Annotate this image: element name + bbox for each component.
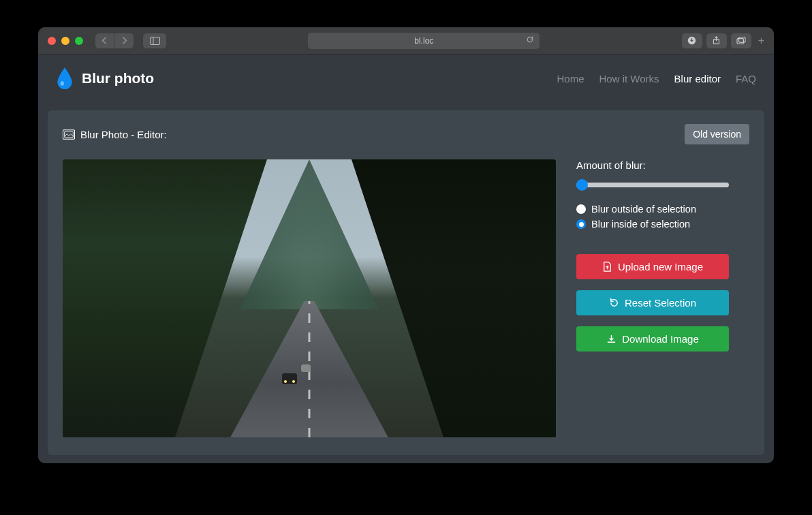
scene-trees-right (352, 159, 556, 437)
scene-mountain (240, 159, 379, 309)
panel-header: Blur Photo - Editor: Old version (63, 124, 749, 144)
scene-trees-left (63, 159, 267, 437)
download-label: Download Image (622, 333, 699, 345)
radio-blur-inside[interactable]: Blur inside of selection (576, 219, 729, 230)
brand: Blur photo (56, 67, 154, 89)
brand-title: Blur photo (82, 70, 154, 87)
scene-car (282, 373, 297, 384)
reload-icon (526, 35, 534, 44)
chevron-right-icon (119, 35, 129, 46)
radio-inside-label: Blur inside of selection (591, 219, 690, 230)
app-header: Blur photo Home How it Works Blur editor… (38, 54, 774, 102)
browser-window: bl.loc + Blur photo (38, 27, 774, 463)
image-canvas[interactable] (63, 159, 556, 437)
svg-rect-4 (737, 38, 743, 44)
nav-blur-editor[interactable]: Blur editor (674, 73, 721, 84)
editor-content: Amount of blur: Blur outside of selectio… (63, 159, 749, 437)
svg-rect-8 (65, 131, 74, 138)
titlebar: bl.loc + (38, 27, 774, 54)
panel-title: Blur Photo - Editor: (63, 129, 167, 140)
download-image-button[interactable]: Download Image (576, 326, 729, 352)
share-button[interactable] (706, 33, 727, 48)
new-tab-button[interactable]: + (758, 35, 764, 47)
svg-rect-5 (738, 37, 745, 42)
radio-icon (576, 204, 586, 214)
reset-label: Reset Selection (625, 297, 696, 309)
forward-button[interactable] (114, 33, 134, 48)
tabs-button[interactable] (731, 33, 751, 48)
image-icon (63, 129, 75, 140)
radio-outside-label: Blur outside of selection (591, 204, 696, 215)
tabs-icon (736, 37, 746, 45)
radio-icon (576, 219, 586, 229)
controls-sidebar: Amount of blur: Blur outside of selectio… (576, 159, 729, 437)
back-button[interactable] (95, 33, 114, 48)
radio-blur-outside[interactable]: Blur outside of selection (576, 204, 729, 215)
reset-selection-button[interactable]: Reset Selection (576, 290, 729, 315)
share-icon (712, 36, 721, 45)
minimize-window-button[interactable] (61, 37, 69, 45)
nav-back-forward (95, 33, 134, 48)
reload-button[interactable] (526, 35, 534, 46)
downloads-button[interactable] (682, 33, 702, 48)
amount-of-blur-label: Amount of blur: (576, 159, 729, 171)
nav-how-it-works[interactable]: How it Works (599, 73, 659, 84)
sidebar-icon (150, 37, 160, 45)
panel-title-text: Blur Photo - Editor: (80, 129, 167, 140)
url-bar[interactable]: bl.loc (308, 33, 540, 49)
upload-label: Upload new Image (618, 261, 703, 272)
toolbar-right: + (682, 33, 764, 48)
svg-point-6 (61, 81, 64, 85)
old-version-button[interactable]: Old version (685, 124, 749, 144)
svg-rect-0 (150, 37, 159, 44)
editor-panel: Blur Photo - Editor: Old version (48, 110, 764, 455)
nav-links: Home How it Works Blur editor FAQ (557, 73, 756, 84)
logo-drop-icon (56, 67, 74, 89)
blur-slider-wrap (576, 178, 729, 194)
chevron-left-icon (99, 35, 110, 46)
nav-home[interactable]: Home (557, 73, 584, 84)
refresh-icon (609, 298, 619, 308)
file-upload-icon (602, 262, 612, 272)
close-window-button[interactable] (48, 37, 56, 45)
traffic-lights (48, 37, 83, 45)
download-circle-icon (687, 36, 696, 45)
upload-new-image-button[interactable]: Upload new Image (576, 254, 729, 279)
app: Blur photo Home How it Works Blur editor… (38, 54, 774, 463)
blur-amount-slider[interactable] (576, 178, 729, 191)
download-icon (606, 334, 616, 344)
maximize-window-button[interactable] (75, 37, 83, 45)
url-text: bl.loc (414, 36, 433, 46)
scene-car (301, 364, 311, 372)
sidebar-toggle-button[interactable] (143, 33, 166, 48)
nav-faq[interactable]: FAQ (736, 73, 756, 84)
